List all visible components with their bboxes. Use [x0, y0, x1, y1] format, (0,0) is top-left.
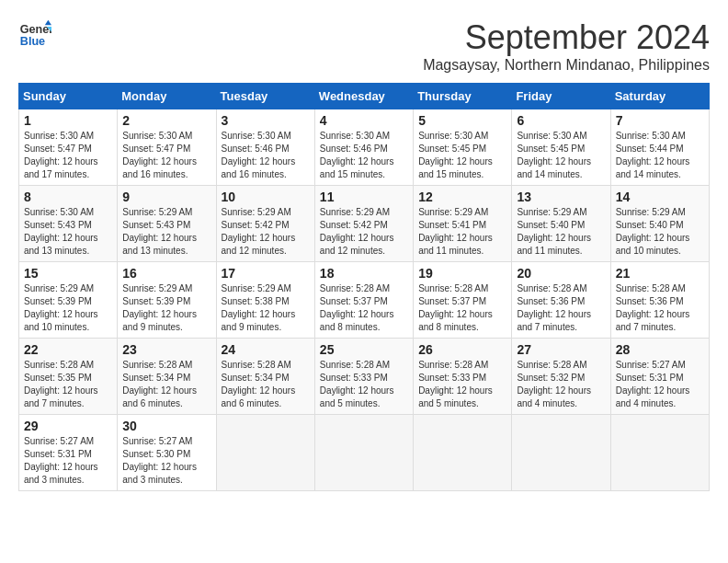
day-number: 23 [122, 342, 210, 357]
calendar-cell: 3 Sunrise: 5:30 AMSunset: 5:46 PMDayligh… [216, 109, 314, 186]
calendar-cell [610, 415, 709, 491]
day-number: 26 [418, 342, 506, 357]
svg-text:Blue: Blue [20, 35, 45, 48]
day-info: Sunrise: 5:28 AMSunset: 5:34 PMDaylight:… [122, 360, 197, 408]
calendar-table: SundayMondayTuesdayWednesdayThursdayFrid… [18, 83, 710, 491]
day-info: Sunrise: 5:30 AMSunset: 5:46 PMDaylight:… [222, 131, 296, 179]
day-number: 11 [320, 190, 408, 204]
day-header-tuesday: Tuesday [216, 84, 314, 109]
day-number: 13 [517, 190, 605, 204]
calendar-cell: 26 Sunrise: 5:28 AMSunset: 5:33 PMDaylig… [414, 339, 512, 415]
calendar-cell: 21 Sunrise: 5:28 AMSunset: 5:36 PMDaylig… [610, 262, 709, 339]
calendar-week-4: 22 Sunrise: 5:28 AMSunset: 5:35 PMDaylig… [19, 339, 710, 415]
day-info: Sunrise: 5:30 AMSunset: 5:46 PMDaylight:… [320, 131, 394, 179]
day-number: 17 [222, 266, 310, 281]
day-number: 2 [122, 113, 210, 128]
day-number: 22 [24, 342, 112, 357]
calendar-header-row: SundayMondayTuesdayWednesdayThursdayFrid… [19, 84, 710, 109]
calendar-week-2: 8 Sunrise: 5:30 AMSunset: 5:43 PMDayligh… [19, 186, 710, 262]
calendar-week-5: 29 Sunrise: 5:27 AMSunset: 5:31 PMDaylig… [19, 415, 710, 491]
day-info: Sunrise: 5:29 AMSunset: 5:40 PMDaylight:… [517, 207, 591, 256]
day-info: Sunrise: 5:29 AMSunset: 5:42 PMDaylight:… [222, 207, 296, 256]
day-info: Sunrise: 5:28 AMSunset: 5:32 PMDaylight:… [517, 360, 591, 408]
day-info: Sunrise: 5:30 AMSunset: 5:47 PMDaylight:… [24, 131, 98, 179]
day-number: 20 [517, 266, 605, 281]
day-number: 19 [418, 266, 506, 281]
day-number: 21 [616, 266, 704, 281]
calendar-cell: 2 Sunrise: 5:30 AMSunset: 5:47 PMDayligh… [118, 109, 216, 186]
day-number: 10 [222, 190, 310, 204]
day-info: Sunrise: 5:27 AMSunset: 5:31 PMDaylight:… [24, 436, 98, 485]
day-info: Sunrise: 5:28 AMSunset: 5:34 PMDaylight:… [222, 360, 296, 408]
calendar-cell: 11 Sunrise: 5:29 AMSunset: 5:42 PMDaylig… [314, 186, 413, 262]
day-number: 6 [517, 113, 605, 128]
calendar-cell: 15 Sunrise: 5:29 AMSunset: 5:39 PMDaylig… [19, 262, 118, 339]
calendar-cell: 20 Sunrise: 5:28 AMSunset: 5:36 PMDaylig… [512, 262, 610, 339]
calendar-cell: 4 Sunrise: 5:30 AMSunset: 5:46 PMDayligh… [314, 109, 413, 186]
day-number: 16 [122, 266, 210, 281]
calendar-cell: 7 Sunrise: 5:30 AMSunset: 5:44 PMDayligh… [610, 109, 709, 186]
calendar-cell: 13 Sunrise: 5:29 AMSunset: 5:40 PMDaylig… [512, 186, 610, 262]
calendar-cell: 30 Sunrise: 5:27 AMSunset: 5:30 PMDaylig… [118, 415, 216, 491]
calendar-cell: 22 Sunrise: 5:28 AMSunset: 5:35 PMDaylig… [19, 339, 118, 415]
calendar-cell: 28 Sunrise: 5:27 AMSunset: 5:31 PMDaylig… [610, 339, 709, 415]
day-info: Sunrise: 5:28 AMSunset: 5:37 PMDaylight:… [418, 283, 493, 332]
calendar-cell: 12 Sunrise: 5:29 AMSunset: 5:41 PMDaylig… [414, 186, 512, 262]
calendar-cell [414, 415, 512, 491]
day-number: 9 [122, 190, 210, 204]
logo: General Blue [18, 18, 51, 52]
title-section: September 2024 Magsaysay, Northern Minda… [423, 18, 710, 74]
day-info: Sunrise: 5:27 AMSunset: 5:31 PMDaylight:… [616, 360, 690, 408]
day-info: Sunrise: 5:29 AMSunset: 5:41 PMDaylight:… [418, 207, 493, 256]
day-info: Sunrise: 5:29 AMSunset: 5:43 PMDaylight:… [122, 207, 197, 256]
day-number: 8 [24, 190, 112, 204]
calendar-cell: 5 Sunrise: 5:30 AMSunset: 5:45 PMDayligh… [414, 109, 512, 186]
logo-icon: General Blue [18, 18, 51, 52]
day-number: 30 [122, 419, 210, 433]
day-number: 7 [616, 113, 704, 128]
day-info: Sunrise: 5:30 AMSunset: 5:44 PMDaylight:… [616, 131, 690, 179]
day-header-sunday: Sunday [19, 84, 118, 109]
day-info: Sunrise: 5:28 AMSunset: 5:35 PMDaylight:… [24, 360, 98, 408]
day-number: 4 [320, 113, 408, 128]
calendar-cell: 29 Sunrise: 5:27 AMSunset: 5:31 PMDaylig… [19, 415, 118, 491]
day-number: 14 [616, 190, 704, 204]
day-number: 24 [222, 342, 310, 357]
calendar-body: 1 Sunrise: 5:30 AMSunset: 5:47 PMDayligh… [19, 109, 710, 491]
day-header-monday: Monday [118, 84, 216, 109]
day-info: Sunrise: 5:28 AMSunset: 5:36 PMDaylight:… [616, 283, 690, 332]
month-title: September 2024 [423, 18, 710, 57]
day-number: 18 [320, 266, 408, 281]
calendar-cell [216, 415, 314, 491]
day-number: 15 [24, 266, 112, 281]
day-number: 5 [418, 113, 506, 128]
location-title: Magsaysay, Northern Mindanao, Philippine… [423, 57, 710, 74]
calendar-cell: 17 Sunrise: 5:29 AMSunset: 5:38 PMDaylig… [216, 262, 314, 339]
day-info: Sunrise: 5:28 AMSunset: 5:36 PMDaylight:… [517, 283, 591, 332]
calendar-cell: 8 Sunrise: 5:30 AMSunset: 5:43 PMDayligh… [19, 186, 118, 262]
day-info: Sunrise: 5:29 AMSunset: 5:40 PMDaylight:… [616, 207, 690, 256]
calendar-cell: 25 Sunrise: 5:28 AMSunset: 5:33 PMDaylig… [314, 339, 413, 415]
day-info: Sunrise: 5:28 AMSunset: 5:37 PMDaylight:… [320, 283, 394, 332]
day-info: Sunrise: 5:29 AMSunset: 5:39 PMDaylight:… [122, 283, 197, 332]
calendar-cell: 24 Sunrise: 5:28 AMSunset: 5:34 PMDaylig… [216, 339, 314, 415]
header: General Blue September 2024 Magsaysay, N… [18, 18, 710, 74]
day-info: Sunrise: 5:28 AMSunset: 5:33 PMDaylight:… [418, 360, 493, 408]
calendar-cell: 27 Sunrise: 5:28 AMSunset: 5:32 PMDaylig… [512, 339, 610, 415]
day-header-friday: Friday [512, 84, 610, 109]
calendar-cell: 10 Sunrise: 5:29 AMSunset: 5:42 PMDaylig… [216, 186, 314, 262]
calendar-week-1: 1 Sunrise: 5:30 AMSunset: 5:47 PMDayligh… [19, 109, 710, 186]
calendar-cell: 18 Sunrise: 5:28 AMSunset: 5:37 PMDaylig… [314, 262, 413, 339]
calendar-week-3: 15 Sunrise: 5:29 AMSunset: 5:39 PMDaylig… [19, 262, 710, 339]
calendar-cell: 6 Sunrise: 5:30 AMSunset: 5:45 PMDayligh… [512, 109, 610, 186]
calendar-cell: 14 Sunrise: 5:29 AMSunset: 5:40 PMDaylig… [610, 186, 709, 262]
calendar-cell: 9 Sunrise: 5:29 AMSunset: 5:43 PMDayligh… [118, 186, 216, 262]
day-number: 27 [517, 342, 605, 357]
day-header-thursday: Thursday [414, 84, 512, 109]
day-number: 12 [418, 190, 506, 204]
calendar-cell [314, 415, 413, 491]
day-number: 28 [616, 342, 704, 357]
day-info: Sunrise: 5:30 AMSunset: 5:45 PMDaylight:… [418, 131, 493, 179]
calendar-cell: 16 Sunrise: 5:29 AMSunset: 5:39 PMDaylig… [118, 262, 216, 339]
calendar-cell [512, 415, 610, 491]
